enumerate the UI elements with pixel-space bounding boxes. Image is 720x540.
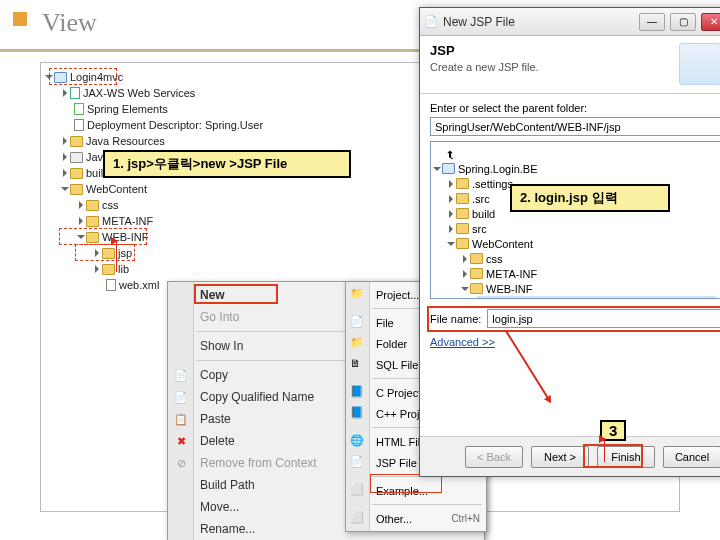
other-icon: ⬜ <box>350 511 366 527</box>
project-explorer: Login4mvc JAX-WS Web Services Spring Ele… <box>47 69 307 293</box>
dialog-title: New JSP File <box>443 15 634 29</box>
tree-item[interactable]: JAX-WS Web Services <box>63 85 307 101</box>
dialog-header: JSP Create a new JSP file. <box>420 36 720 94</box>
jsp-large-icon <box>679 43 720 85</box>
annotation-box <box>583 444 643 468</box>
sql-icon: 🗎 <box>350 357 366 373</box>
annotation-box <box>427 306 720 332</box>
annotation-box <box>49 68 117 85</box>
dialog-titlebar[interactable]: 📄 New JSP File — ▢ ✕ <box>420 8 720 36</box>
callout-2: 2. login.jsp 입력 <box>510 184 670 212</box>
remove-icon: ⊘ <box>173 455 189 471</box>
tree-item[interactable]: Deployment Descriptor: Spring.User <box>63 117 307 133</box>
copy-icon: 📄 <box>173 367 189 383</box>
annotation-box-jsp <box>75 244 135 261</box>
next-button[interactable]: Next > <box>531 446 589 468</box>
example-icon: ⬜ <box>350 483 366 499</box>
screenshot-frame: Login4mvc JAX-WS Web Services Spring Ele… <box>40 62 680 512</box>
title-marker <box>13 12 27 26</box>
tree-item[interactable]: META-INF <box>79 213 307 229</box>
maximize-button[interactable]: ▢ <box>670 13 696 31</box>
cancel-button[interactable]: Cancel <box>663 446 720 468</box>
close-button[interactable]: ✕ <box>701 13 720 31</box>
tree-item[interactable]: Java Resources <box>63 133 307 149</box>
dialog-heading: JSP <box>430 43 455 58</box>
tree-item[interactable]: Spring Elements <box>63 101 307 117</box>
annotation-box <box>194 284 278 304</box>
tree-item[interactable]: lib <box>95 261 307 277</box>
copy-icon: 📄 <box>173 389 189 405</box>
tree-item[interactable]: css <box>79 197 307 213</box>
minimize-button[interactable]: — <box>639 13 665 31</box>
submenu-other[interactable]: ⬜Other...Ctrl+N <box>346 508 486 529</box>
parent-folder-input[interactable] <box>430 117 720 136</box>
jsp-icon: 📄 <box>424 15 438 28</box>
folder-icon: 📁 <box>350 336 366 352</box>
paste-icon: 📋 <box>173 411 189 427</box>
cpp-icon: 📘 <box>350 406 366 422</box>
tree-webcontent[interactable]: WebContent <box>63 181 307 197</box>
annotation-box <box>59 228 147 245</box>
delete-icon: ✖ <box>173 433 189 449</box>
parent-folder-label: Enter or select the parent folder: <box>430 102 720 114</box>
back-button[interactable]: < Back <box>465 446 523 468</box>
c-icon: 📘 <box>350 385 366 401</box>
html-icon: 🌐 <box>350 434 366 450</box>
folder-tree[interactable]: ⮬ Spring.Login.BE .settings .src build s… <box>430 141 720 299</box>
callout-1: 1. jsp>우클릭>new >JSP File <box>103 150 351 178</box>
project-icon: 📁 <box>350 287 366 303</box>
jsp-icon: 📄 <box>350 455 366 471</box>
dialog-footer: < Back Next > Finish Cancel <box>420 436 720 476</box>
new-jsp-dialog: 📄 New JSP File — ▢ ✕ JSP Create a new JS… <box>419 7 720 477</box>
file-icon: 📄 <box>350 315 366 331</box>
dialog-subheading: Create a new JSP file. <box>430 61 539 73</box>
advanced-link[interactable]: Advanced >> <box>430 336 720 348</box>
